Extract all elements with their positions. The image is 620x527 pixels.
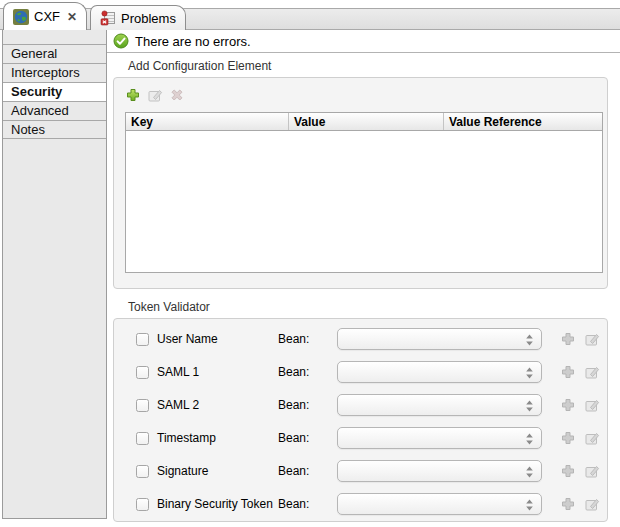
binary-security-token-checkbox[interactable] [136, 498, 149, 511]
edit-icon[interactable] [584, 331, 600, 347]
cxf-editor-window: CXF ✕ Problems General Interceptors [0, 0, 620, 527]
edit-icon[interactable] [584, 496, 600, 512]
section-sidebar: General Interceptors Security Advanced N… [2, 30, 107, 519]
config-panel: Key Value Value Reference [113, 77, 608, 289]
column-header-value-reference: Value Reference [444, 113, 602, 130]
add-icon[interactable] [560, 331, 576, 347]
status-message: There are no errors. [135, 34, 251, 49]
bean-label: Bean: [278, 365, 337, 379]
problems-icon [100, 10, 116, 26]
bean-select[interactable] [337, 427, 542, 449]
stepper-icon [525, 399, 534, 416]
bean-select[interactable] [337, 493, 542, 515]
stepper-icon [525, 498, 534, 515]
config-toolbar [125, 87, 185, 103]
validator-row-timestamp: Timestamp Bean: [136, 427, 607, 449]
validator-row-label: SAML 1 [157, 365, 278, 379]
validator-row-user-name: User Name Bean: [136, 328, 607, 350]
stepper-icon [525, 366, 534, 383]
stepper-icon [525, 432, 534, 449]
column-header-value: Value [289, 113, 444, 130]
status-bar: There are no errors. [107, 30, 620, 53]
token-validator-panel: User Name Bean: SAML 1 Bean: SAML 2 Bean… [113, 318, 608, 522]
tab-problems[interactable]: Problems [90, 5, 186, 30]
sidebar-item-label: Advanced [11, 103, 69, 118]
stepper-icon [525, 333, 534, 350]
edit-icon[interactable] [584, 397, 600, 413]
bean-select[interactable] [337, 361, 542, 383]
validator-row-label: Timestamp [157, 431, 278, 445]
validator-row-signature: Signature Bean: [136, 460, 607, 482]
check-ok-icon [113, 33, 129, 49]
config-table: Key Value Value Reference [125, 112, 603, 273]
config-table-header: Key Value Value Reference [126, 113, 602, 131]
saml-1-checkbox[interactable] [136, 366, 149, 379]
sidebar-item-label: General [11, 46, 57, 61]
timestamp-checkbox[interactable] [136, 432, 149, 445]
add-icon[interactable] [125, 87, 141, 103]
add-icon[interactable] [560, 496, 576, 512]
validator-row-label: Binary Security Token [157, 497, 278, 511]
tab-cxf-label: CXF [34, 9, 60, 24]
edit-icon[interactable] [584, 364, 600, 380]
validator-row-saml-2: SAML 2 Bean: [136, 394, 607, 416]
tab-cxf[interactable]: CXF ✕ [3, 2, 87, 30]
delete-icon[interactable] [169, 87, 185, 103]
signature-checkbox[interactable] [136, 465, 149, 478]
edit-icon[interactable] [147, 87, 163, 103]
column-header-key: Key [126, 113, 289, 130]
validator-row-saml-1: SAML 1 Bean: [136, 361, 607, 383]
globe-icon [13, 9, 29, 25]
config-table-body[interactable] [126, 131, 602, 272]
validator-row-label: SAML 2 [157, 398, 278, 412]
validator-row-label: Signature [157, 464, 278, 478]
validator-row-label: User Name [157, 332, 278, 346]
bean-select[interactable] [337, 328, 542, 350]
main-content: There are no errors. Add Configuration E… [107, 30, 620, 527]
sidebar-item-security[interactable]: Security [3, 82, 106, 101]
add-icon[interactable] [560, 463, 576, 479]
user-name-checkbox[interactable] [136, 333, 149, 346]
sidebar-item-label: Interceptors [11, 65, 80, 80]
config-section-title: Add Configuration Element [128, 59, 620, 74]
bean-label: Bean: [278, 332, 337, 346]
bean-label: Bean: [278, 398, 337, 412]
sidebar-item-interceptors[interactable]: Interceptors [3, 63, 106, 82]
edit-icon[interactable] [584, 463, 600, 479]
add-icon[interactable] [560, 430, 576, 446]
validator-section-title: Token Validator [128, 300, 620, 315]
bean-label: Bean: [278, 464, 337, 478]
sidebar-spacer [3, 30, 106, 44]
bean-label: Bean: [278, 497, 337, 511]
bean-select[interactable] [337, 460, 542, 482]
stepper-icon [525, 465, 534, 482]
edit-icon[interactable] [584, 430, 600, 446]
validator-row-binary-security-token: Binary Security Token Bean: [136, 493, 607, 515]
add-icon[interactable] [560, 397, 576, 413]
sidebar-item-label: Security [11, 84, 62, 99]
tab-bar: CXF ✕ Problems [0, 0, 620, 30]
bean-select[interactable] [337, 394, 542, 416]
tab-problems-label: Problems [121, 11, 176, 26]
bean-label: Bean: [278, 431, 337, 445]
sidebar-item-general[interactable]: General [3, 44, 106, 63]
saml-2-checkbox[interactable] [136, 399, 149, 412]
add-icon[interactable] [560, 364, 576, 380]
sidebar-item-notes[interactable]: Notes [3, 120, 106, 139]
sidebar-item-advanced[interactable]: Advanced [3, 101, 106, 120]
sidebar-item-label: Notes [11, 122, 45, 137]
close-icon[interactable]: ✕ [67, 10, 77, 24]
